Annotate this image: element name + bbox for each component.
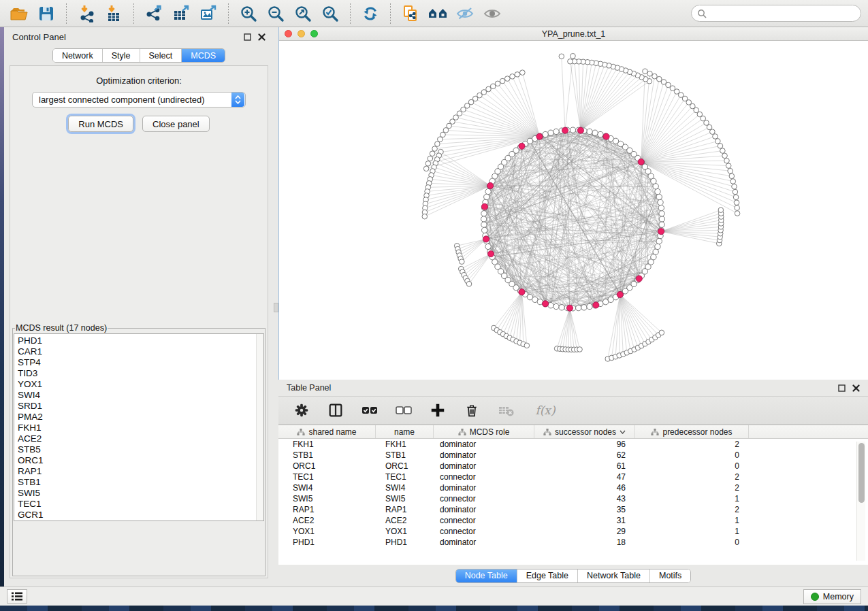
criterion-dropdown[interactable]: largest connected component (undirected) xyxy=(32,92,246,108)
function-builder-button[interactable]: f(x) xyxy=(530,401,560,420)
add-column-button[interactable] xyxy=(428,401,447,420)
mcds-result-item[interactable]: TID3 xyxy=(18,368,263,379)
dominator-node[interactable] xyxy=(481,203,487,210)
delete-column-button[interactable] xyxy=(462,401,481,420)
network-node[interactable] xyxy=(658,205,664,210)
network-node[interactable] xyxy=(666,82,671,88)
clone-network-button[interactable] xyxy=(398,3,423,24)
network-node[interactable] xyxy=(587,129,592,134)
network-node[interactable] xyxy=(553,129,559,134)
network-node[interactable] xyxy=(734,200,739,205)
network-node[interactable] xyxy=(728,168,733,174)
network-node[interactable] xyxy=(720,148,726,154)
network-node[interactable] xyxy=(422,214,428,219)
memory-button[interactable]: Memory xyxy=(803,589,861,604)
network-node[interactable] xyxy=(707,125,712,130)
mcds-result-item[interactable]: CAR1 xyxy=(18,346,263,357)
network-node[interactable] xyxy=(655,188,660,194)
network-node[interactable] xyxy=(481,222,487,227)
close-panel-button[interactable]: Close panel xyxy=(142,116,210,132)
mcds-result-item[interactable]: YOX1 xyxy=(18,379,263,390)
network-node[interactable] xyxy=(718,144,723,149)
tab-motifs[interactable]: Motifs xyxy=(650,569,690,582)
export-table-button[interactable] xyxy=(169,3,193,24)
network-node[interactable] xyxy=(710,129,716,135)
network-node[interactable] xyxy=(570,127,575,133)
table-settings-button[interactable] xyxy=(292,401,311,420)
table-row[interactable]: TEC1TEC1connector472 xyxy=(278,472,868,482)
network-node[interactable] xyxy=(722,153,728,159)
tab-mcds[interactable]: MCDS xyxy=(182,49,225,62)
network-node[interactable] xyxy=(713,134,718,139)
network-node[interactable] xyxy=(435,142,440,147)
network-node[interactable] xyxy=(658,199,663,205)
network-node[interactable] xyxy=(504,76,510,82)
float-window-icon[interactable] xyxy=(838,384,846,392)
network-node[interactable] xyxy=(460,259,465,265)
network-node[interactable] xyxy=(466,281,472,286)
network-node[interactable] xyxy=(430,151,435,156)
network-node[interactable] xyxy=(724,158,730,163)
column-header-predecessor-nodes[interactable]: predecessor nodes xyxy=(635,425,749,438)
dominator-node[interactable] xyxy=(519,289,525,295)
mcds-result-item[interactable]: STP4 xyxy=(18,357,263,368)
network-node[interactable] xyxy=(500,78,505,84)
network-node[interactable] xyxy=(592,130,598,135)
result-list-scrollbar[interactable] xyxy=(256,334,263,521)
network-node[interactable] xyxy=(726,163,731,169)
mcds-result-item[interactable]: PMA2 xyxy=(18,412,263,423)
mcds-result-item[interactable]: PHD1 xyxy=(18,335,263,346)
network-node[interactable] xyxy=(481,90,487,95)
export-network-button[interactable] xyxy=(142,3,166,24)
network-node[interactable] xyxy=(735,211,740,216)
network-node[interactable] xyxy=(481,216,486,222)
network-node[interactable] xyxy=(484,194,489,199)
network-node[interactable] xyxy=(437,137,443,142)
mcds-result-item[interactable]: STB1 xyxy=(18,477,263,488)
network-node[interactable] xyxy=(716,139,721,144)
network-node[interactable] xyxy=(670,86,675,91)
network-node[interactable] xyxy=(423,166,429,171)
show-panels-button[interactable] xyxy=(7,589,27,604)
network-node[interactable] xyxy=(659,222,664,227)
network-node[interactable] xyxy=(495,81,500,86)
network-node[interactable] xyxy=(643,69,648,74)
zoom-selected-button[interactable] xyxy=(318,3,342,24)
dominator-node[interactable] xyxy=(593,302,599,308)
column-header-shared-name[interactable]: shared name xyxy=(278,425,376,438)
zoom-out-button[interactable] xyxy=(263,3,288,24)
network-node[interactable] xyxy=(548,130,553,135)
close-icon[interactable] xyxy=(258,33,266,41)
network-node[interactable] xyxy=(443,128,449,133)
save-session-button[interactable] xyxy=(34,3,59,24)
delete-table-button[interactable] xyxy=(496,401,515,420)
run-mcds-button[interactable]: Run MCDS xyxy=(68,116,133,132)
network-node[interactable] xyxy=(481,227,487,233)
mcds-result-item[interactable]: ACE2 xyxy=(18,433,263,444)
network-node[interactable] xyxy=(733,189,738,195)
network-node[interactable] xyxy=(543,131,548,137)
table-row[interactable]: STB1STB1dominator620 xyxy=(278,450,868,461)
network-node[interactable] xyxy=(570,53,576,59)
table-row[interactable]: SWI5SWI5connector431 xyxy=(278,493,868,504)
column-header-mcds-role[interactable]: MCDS role xyxy=(434,425,534,438)
table-scrollbar[interactable] xyxy=(856,442,865,561)
network-node[interactable] xyxy=(587,303,592,309)
network-node[interactable] xyxy=(735,205,740,211)
dominator-node[interactable] xyxy=(577,127,583,133)
dominator-node[interactable] xyxy=(566,305,573,311)
network-node[interactable] xyxy=(652,73,658,79)
network-node[interactable] xyxy=(729,174,735,179)
network-node[interactable] xyxy=(656,76,662,82)
mcds-result-item[interactable]: STB5 xyxy=(18,444,263,455)
network-node[interactable] xyxy=(524,343,530,348)
network-node[interactable] xyxy=(656,194,662,199)
mcds-result-item[interactable]: ORC1 xyxy=(18,455,263,466)
dominator-node[interactable] xyxy=(562,127,568,133)
network-node[interactable] xyxy=(732,184,737,189)
network-node[interactable] xyxy=(447,123,452,129)
network-node[interactable] xyxy=(510,74,515,80)
table-row[interactable]: PHD1PHD1dominator180 xyxy=(278,537,868,548)
network-node[interactable] xyxy=(647,71,653,77)
dominator-node[interactable] xyxy=(487,251,494,257)
